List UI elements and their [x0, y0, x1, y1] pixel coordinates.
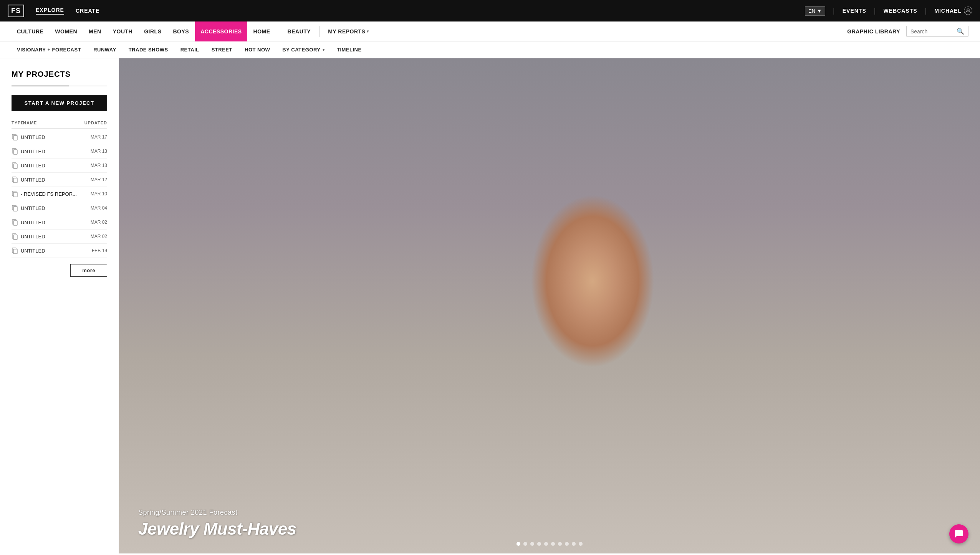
project-name: UNTITLED: [21, 163, 86, 168]
sub-nav-hot-now[interactable]: HOT NOW: [239, 41, 275, 58]
table-row[interactable]: - REVISED FS REPOR... MAR 10: [12, 187, 107, 201]
sub-nav-runway[interactable]: RUNWAY: [88, 41, 122, 58]
table-row[interactable]: UNTITLED MAR 13: [12, 159, 107, 173]
chat-button[interactable]: [949, 524, 968, 543]
nav-men[interactable]: MEN: [83, 21, 107, 41]
main-navigation: CULTURE WOMEN MEN YOUTH GIRLS BOYS ACCES…: [0, 21, 980, 41]
search-icon[interactable]: 🔍: [957, 28, 964, 35]
left-panel: MY PROJECTS START A NEW PROJECT TYPE NAM…: [0, 58, 119, 553]
project-table: TYPE NAME UPDATED UNTITLED MAR 17: [12, 121, 107, 258]
nav-beauty[interactable]: BEAUTY: [282, 21, 316, 41]
project-name: UNTITLED: [21, 220, 86, 225]
project-name: UNTITLED: [21, 248, 86, 254]
top-navigation: FS EXPLORE CREATE EN ▼ | EVENTS | WEBCAS…: [0, 0, 980, 21]
svg-rect-6: [13, 164, 17, 168]
search-input[interactable]: [910, 28, 957, 35]
nav-women[interactable]: WOMEN: [50, 21, 83, 41]
explore-wrapper: EXPLORE: [36, 7, 64, 15]
hero-dot-7[interactable]: [558, 542, 562, 546]
panel-divider: [12, 86, 107, 86]
project-type-icon: [12, 205, 21, 211]
svg-rect-4: [13, 150, 17, 154]
table-row[interactable]: UNTITLED MAR 02: [12, 230, 107, 244]
table-row[interactable]: UNTITLED FEB 19: [12, 244, 107, 258]
sub-nav-retail[interactable]: RETAIL: [175, 41, 205, 58]
nav-divider-2: |: [874, 7, 876, 15]
more-button[interactable]: more: [70, 264, 107, 277]
table-row[interactable]: UNTITLED MAR 17: [12, 130, 107, 144]
hero-dot-8[interactable]: [565, 542, 569, 546]
svg-rect-12: [13, 206, 17, 211]
create-link[interactable]: CREATE: [76, 8, 100, 14]
sub-nav-street[interactable]: STREET: [206, 41, 238, 58]
my-reports-dropdown-arrow: ▾: [367, 29, 369, 33]
project-date: MAR 02: [86, 220, 107, 225]
events-link[interactable]: EVENTS: [843, 8, 866, 14]
hero-area: Spring/Summer 2021 Forecast Jewelry Must…: [119, 58, 980, 553]
sub-nav-trade-shows[interactable]: TRADE SHOWS: [123, 41, 174, 58]
top-nav-right: EN ▼ | EVENTS | WEBCASTS | MICHAEL: [805, 6, 972, 16]
project-type-icon: [12, 233, 21, 240]
hero-dot-6[interactable]: [551, 542, 555, 546]
hero-dot-3[interactable]: [530, 542, 534, 546]
nav-my-reports[interactable]: MY REPORTS ▾: [323, 21, 374, 41]
nav-boys[interactable]: BOYS: [167, 21, 194, 41]
col-header-type: TYPE: [12, 121, 23, 125]
webcasts-link[interactable]: WEBCASTS: [883, 8, 917, 14]
project-type-icon: [12, 134, 21, 140]
search-box[interactable]: 🔍: [906, 26, 968, 37]
table-row[interactable]: UNTITLED MAR 13: [12, 144, 107, 159]
nav-divider-1: |: [833, 7, 835, 15]
svg-rect-18: [13, 249, 17, 254]
chat-icon: [954, 529, 963, 538]
project-date: MAR 13: [86, 163, 107, 168]
hero-dot-10[interactable]: [579, 542, 583, 546]
top-nav-left: FS EXPLORE CREATE: [8, 5, 99, 17]
logo[interactable]: FS: [8, 5, 24, 17]
table-row[interactable]: UNTITLED MAR 02: [12, 215, 107, 230]
project-date: MAR 04: [86, 205, 107, 211]
nav-accessories[interactable]: ACCESSORIES: [195, 21, 247, 41]
hero-model-image: [119, 58, 980, 553]
nav-girls[interactable]: GIRLS: [139, 21, 167, 41]
lang-dropdown-arrow: ▼: [817, 8, 822, 14]
sub-nav-visionary[interactable]: VISIONARY + FORECAST: [12, 41, 86, 58]
hero-dot-9[interactable]: [572, 542, 576, 546]
hero-dot-5[interactable]: [544, 542, 548, 546]
more-btn-wrapper: more: [12, 264, 107, 277]
nav-home[interactable]: HOME: [248, 21, 276, 41]
project-date: MAR 02: [86, 234, 107, 239]
new-project-button[interactable]: START A NEW PROJECT: [12, 95, 107, 111]
project-type-icon: [12, 148, 21, 155]
panel-title: MY PROJECTS: [12, 70, 107, 79]
hero-content: Spring/Summer 2021 Forecast Jewelry Must…: [138, 509, 296, 538]
graphic-library-link[interactable]: GRAPHIC LIBRARY: [847, 28, 900, 35]
language-selector[interactable]: EN ▼: [805, 6, 825, 16]
hero-title: Jewelry Must-Haves: [138, 520, 296, 538]
lang-label: EN: [808, 8, 815, 14]
project-name: - REVISED FS REPOR...: [21, 191, 86, 197]
explore-link[interactable]: EXPLORE: [36, 7, 64, 15]
project-type-icon: [12, 190, 21, 197]
hero-carousel-dots: [516, 542, 583, 546]
project-name: UNTITLED: [21, 177, 86, 183]
hero-dot-1[interactable]: [516, 542, 520, 546]
nav-youth[interactable]: YOUTH: [108, 21, 138, 41]
table-row[interactable]: UNTITLED MAR 12: [12, 173, 107, 187]
project-date: MAR 13: [86, 149, 107, 154]
sub-navigation: VISIONARY + FORECAST RUNWAY TRADE SHOWS …: [0, 41, 980, 58]
hero-dot-2[interactable]: [523, 542, 527, 546]
hero-dot-4[interactable]: [537, 542, 541, 546]
project-date: MAR 10: [86, 191, 107, 197]
col-header-updated: UPDATED: [84, 121, 107, 125]
table-row[interactable]: UNTITLED MAR 04: [12, 201, 107, 215]
project-table-header: TYPE NAME UPDATED: [12, 121, 107, 129]
svg-rect-8: [13, 178, 17, 183]
project-name: UNTITLED: [21, 134, 86, 140]
sub-nav-by-category[interactable]: BY CATEGORY ▾: [277, 41, 330, 58]
sub-nav-timeline[interactable]: TIMELINE: [331, 41, 367, 58]
nav-culture[interactable]: CULTURE: [12, 21, 49, 41]
user-menu[interactable]: MICHAEL: [934, 7, 972, 15]
svg-rect-14: [13, 221, 17, 225]
explore-caret: [47, 18, 53, 21]
